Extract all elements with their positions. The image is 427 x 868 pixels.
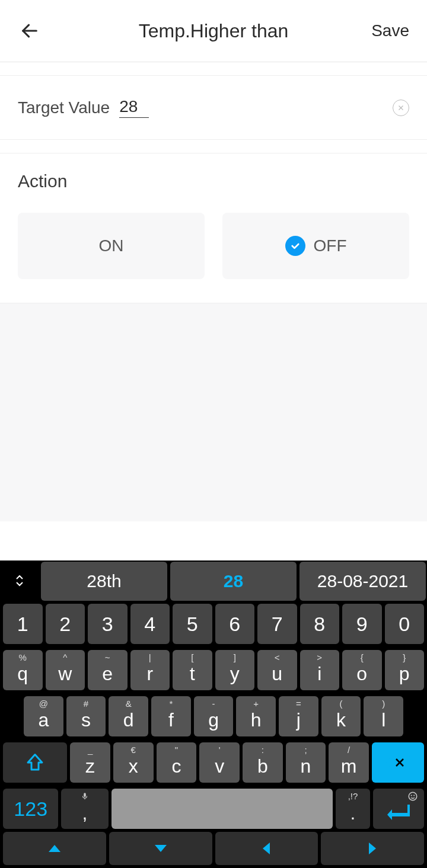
shift-icon: [24, 752, 46, 773]
enter-icon: [386, 803, 411, 821]
triangle-up-icon: [47, 844, 62, 853]
triangle-down-icon: [154, 844, 168, 853]
header-bar: Temp.Higher than Save: [0, 0, 427, 62]
key-row-function: 123 , ,!? .: [0, 786, 427, 832]
svg-point-7: [409, 792, 417, 800]
key-5[interactable]: 5: [173, 604, 212, 644]
triangle-right-icon: [368, 841, 377, 856]
key-9[interactable]: 9: [342, 604, 382, 644]
key-v[interactable]: 'v: [199, 742, 240, 783]
suggestion-2[interactable]: 28: [170, 562, 297, 601]
mic-icon: [81, 791, 89, 802]
svg-point-8: [411, 795, 412, 796]
key-row-qwerty: %q^w~e|r[t]y<u>i{o}p: [0, 647, 427, 693]
svg-point-9: [414, 795, 415, 796]
key-3[interactable]: 3: [88, 604, 128, 644]
key-t[interactable]: [t: [173, 650, 212, 690]
key-s[interactable]: #s: [66, 696, 106, 736]
key-z[interactable]: _z: [70, 742, 110, 783]
key-l[interactable]: )l: [364, 696, 403, 736]
key-w[interactable]: ^w: [46, 650, 85, 690]
action-on-button[interactable]: ON: [18, 213, 205, 279]
checkmark-icon: [290, 241, 301, 251]
suggestion-1[interactable]: 28th: [41, 562, 167, 601]
key-a[interactable]: @a: [24, 696, 63, 736]
key-u[interactable]: <u: [257, 650, 297, 690]
key-6[interactable]: 6: [215, 604, 255, 644]
page-title: Temp.Higher than: [139, 20, 289, 42]
numeric-mode-key[interactable]: 123: [3, 789, 58, 829]
action-on-label: ON: [99, 236, 124, 255]
svg-marker-12: [263, 843, 270, 854]
check-circle-icon: [285, 236, 305, 256]
action-label: Action: [18, 171, 409, 191]
key-d[interactable]: &d: [109, 696, 148, 736]
svg-marker-11: [155, 845, 167, 852]
key-b[interactable]: :b: [243, 742, 283, 783]
key-i[interactable]: >i: [300, 650, 340, 690]
content-fill: [0, 303, 427, 521]
key-g[interactable]: -g: [194, 696, 234, 736]
comma-key[interactable]: ,: [61, 789, 108, 829]
target-value-row[interactable]: Target Value: [0, 75, 427, 140]
key-7[interactable]: 7: [257, 604, 297, 644]
key-0[interactable]: 0: [385, 604, 425, 644]
target-value-input[interactable]: [119, 97, 149, 118]
svg-marker-13: [369, 843, 376, 854]
key-e[interactable]: ~e: [88, 650, 128, 690]
key-2[interactable]: 2: [46, 604, 85, 644]
spacebar-key[interactable]: [111, 789, 333, 829]
arrow-left-icon: [20, 21, 40, 41]
key-4[interactable]: 4: [130, 604, 170, 644]
emoji-icon: [407, 791, 418, 802]
key-1[interactable]: 1: [3, 604, 43, 644]
period-key[interactable]: ,!? .: [336, 789, 370, 829]
key-n[interactable]: ;n: [286, 742, 326, 783]
enter-key[interactable]: [373, 789, 424, 829]
soft-keyboard: 28th 28 28-08-2021 1234567890 %q^w~e|r[t…: [0, 560, 427, 868]
action-off-label: OFF: [314, 236, 347, 255]
expand-icon: [12, 574, 27, 588]
key-k[interactable]: (k: [321, 696, 361, 736]
suggestion-expand-button[interactable]: [0, 560, 39, 601]
backspace-key[interactable]: [372, 742, 424, 783]
triangle-left-icon: [262, 841, 271, 856]
close-icon: [397, 104, 404, 111]
clear-input-button[interactable]: [393, 100, 409, 116]
key-m[interactable]: /m: [329, 742, 369, 783]
suggestion-3[interactable]: 28-08-2021: [299, 562, 426, 601]
target-value-label: Target Value: [18, 98, 110, 117]
key-row-numbers: 1234567890: [0, 601, 427, 647]
key-r[interactable]: |r: [130, 650, 170, 690]
save-button[interactable]: Save: [371, 21, 409, 40]
key-row-home: @a#s&d*f-g+h=j(k)l: [0, 693, 427, 739]
nav-right-key[interactable]: [321, 832, 424, 865]
key-h[interactable]: +h: [236, 696, 276, 736]
key-row-bottom: _z€x"c'v:b;n/m: [0, 739, 427, 786]
action-off-button[interactable]: OFF: [222, 213, 409, 279]
back-button[interactable]: [18, 19, 42, 43]
key-c[interactable]: "c: [157, 742, 197, 783]
period-sup: ,!?: [348, 791, 358, 801]
shift-key[interactable]: [3, 742, 67, 783]
nav-row: [0, 832, 427, 868]
nav-down-key[interactable]: [109, 832, 212, 865]
key-q[interactable]: %q: [3, 650, 43, 690]
key-8[interactable]: 8: [300, 604, 340, 644]
spacer: [0, 140, 427, 153]
nav-left-key[interactable]: [215, 832, 318, 865]
svg-rect-5: [84, 793, 86, 797]
svg-marker-10: [49, 845, 60, 852]
key-f[interactable]: *f: [151, 696, 191, 736]
key-j[interactable]: =j: [279, 696, 318, 736]
key-x[interactable]: €x: [113, 742, 154, 783]
key-p[interactable]: }p: [385, 650, 425, 690]
action-button-group: ON OFF: [18, 213, 409, 279]
spacer: [0, 62, 427, 75]
key-y[interactable]: ]y: [215, 650, 255, 690]
action-section: Action ON OFF: [0, 153, 427, 303]
period-label: .: [350, 803, 355, 824]
nav-up-key[interactable]: [3, 832, 106, 865]
comma-label: ,: [82, 803, 87, 824]
key-o[interactable]: {o: [342, 650, 382, 690]
